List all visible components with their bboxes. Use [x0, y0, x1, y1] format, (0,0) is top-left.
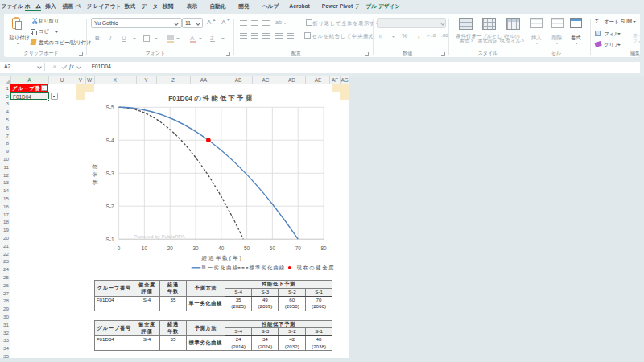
svg-text:S-1: S-1	[106, 237, 114, 242]
svg-text:30: 30	[192, 245, 199, 251]
svg-text:50: 50	[244, 245, 250, 251]
svg-text:現在の健全度: 現在の健全度	[297, 265, 336, 271]
svg-text:単一劣化曲線: 単一劣化曲線	[201, 265, 239, 271]
svg-text:0: 0	[118, 245, 121, 251]
svg-text:S-4: S-4	[106, 138, 114, 143]
svg-text:40: 40	[218, 245, 225, 251]
svg-text:80: 80	[320, 245, 327, 251]
svg-text:60: 60	[270, 245, 276, 251]
svg-text:経過年数(年): 経過年数(年)	[200, 255, 242, 261]
svg-text:S-2: S-2	[106, 204, 114, 209]
svg-text:70: 70	[295, 245, 302, 251]
svg-text:S-5: S-5	[106, 105, 114, 110]
svg-text:F01D04 の性能低下予測: F01D04 の性能低下予測	[168, 94, 254, 102]
svg-text:健全度: 健全度	[93, 162, 99, 185]
svg-text:標準劣化曲線: 標準劣化曲線	[250, 265, 286, 271]
svg-text:S-3: S-3	[106, 171, 114, 176]
svg-text:20: 20	[167, 245, 174, 251]
svg-text:Powered by PublicRPA: Powered by PublicRPA	[134, 233, 185, 239]
svg-text:10: 10	[142, 245, 148, 251]
